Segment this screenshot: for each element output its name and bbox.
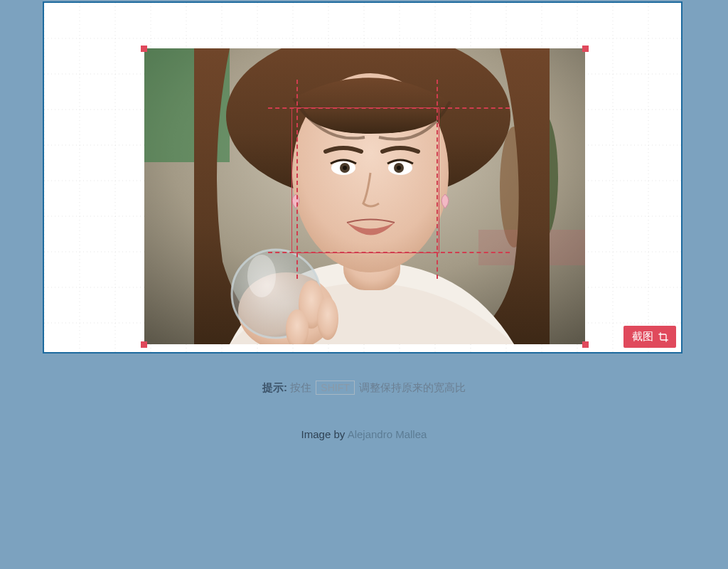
resize-handle-bottom-right[interactable] — [582, 341, 589, 348]
crop-guide-vertical-left — [296, 80, 298, 279]
crop-guide-horizontal-top — [268, 107, 510, 109]
svg-point-47 — [317, 297, 338, 340]
svg-point-40 — [343, 166, 347, 170]
credit-line: Image by Alejandro Mallea — [0, 428, 728, 440]
crop-icon — [658, 331, 669, 343]
crop-guide-horizontal-bottom — [268, 252, 510, 253]
resize-handle-bottom-left[interactable] — [141, 341, 147, 348]
crop-button[interactable]: 截图 — [623, 326, 676, 348]
crop-button-label: 截图 — [632, 330, 653, 344]
svg-point-45 — [247, 255, 276, 297]
tip-prefix: 提示: — [262, 381, 287, 393]
shift-key-hint: SHIFT — [316, 381, 354, 395]
tip-line: 提示: 按住 SHIFT 调整保持原来的宽高比 — [0, 381, 728, 395]
resize-handle-top-left[interactable] — [141, 46, 147, 52]
tip-before-key: 按住 — [287, 381, 314, 393]
credit-prefix: Image by — [301, 428, 348, 440]
resize-handle-top-right[interactable] — [582, 46, 589, 52]
crop-stage: 截图 — [43, 1, 682, 353]
photo-placeholder — [144, 48, 585, 344]
image-region[interactable] — [144, 48, 585, 344]
tip-after-key: 调整保持原来的宽高比 — [356, 381, 466, 393]
credit-author-link[interactable]: Alejandro Mallea — [348, 428, 427, 440]
svg-point-41 — [397, 166, 401, 170]
crop-guide-vertical-right — [437, 80, 438, 279]
